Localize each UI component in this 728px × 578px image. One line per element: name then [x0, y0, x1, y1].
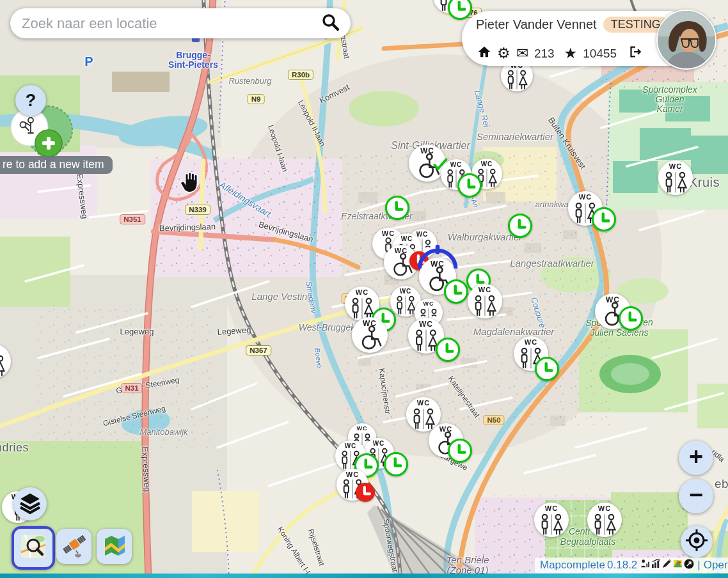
app-name[interactable]: Mapcomplete — [540, 559, 605, 572]
hand-cursor-icon — [178, 170, 202, 197]
changesets-count: 10455 — [583, 47, 617, 61]
attribution-bar: Mapcomplete 0.18.2 | OpenStreetMap — [535, 558, 728, 573]
home-icon[interactable] — [477, 45, 491, 62]
user-name: Pieter Vander Vennet — [476, 17, 597, 32]
layers-button[interactable] — [13, 487, 47, 520]
basemap-style-satellite-button[interactable] — [56, 529, 91, 564]
plus-icon: + — [689, 443, 703, 471]
osm-link[interactable]: OpenStreetMap — [704, 559, 728, 572]
changesets-star-icon: ★ — [564, 46, 578, 61]
map-canvas[interactable] — [0, 0, 728, 578]
add-item-tooltip: re to add a new item — [0, 156, 113, 174]
app-version: 0.18.2 — [607, 559, 637, 572]
osm-badge-icon[interactable] — [684, 559, 694, 572]
user-avatar[interactable] — [656, 10, 716, 70]
help-button[interactable]: ? — [15, 85, 46, 116]
basemap-style-map-button[interactable] — [97, 529, 132, 564]
zoom-in-button[interactable]: + — [679, 441, 713, 475]
geolocate-button[interactable] — [681, 526, 713, 558]
help-label: ? — [26, 91, 36, 111]
crosshair-icon — [684, 528, 709, 555]
attribution-separator: | — [697, 559, 700, 572]
messages-envelope-icon[interactable]: ✉ — [516, 46, 528, 61]
folded-map-icon — [101, 532, 128, 561]
messages-count: 213 — [534, 47, 555, 61]
search-bar — [10, 8, 351, 38]
user-toolbar: ⚙ ✉ 213 ★ 10455 — [477, 45, 642, 62]
zoom-out-button[interactable]: − — [679, 479, 713, 513]
logout-icon[interactable] — [628, 45, 642, 62]
theme-map-icon[interactable] — [673, 559, 683, 572]
mapcomplete-app: Brugge- Sint-PietersRustenburgSint-Gilli… — [0, 0, 728, 578]
satellite-icon — [61, 532, 88, 561]
minus-icon: − — [689, 481, 703, 509]
edit-pen-icon[interactable] — [662, 559, 672, 572]
bottom-accent-strip — [0, 574, 728, 578]
bar-chart-icon[interactable] — [651, 559, 661, 572]
tooltip-text: re to add a new item — [3, 158, 104, 171]
basemap-style-osm-button[interactable] — [12, 526, 55, 570]
user-identity: Pieter Vander Vennet TESTING — [476, 17, 669, 33]
contributor-stats-icon[interactable] — [640, 559, 650, 572]
osm-carto-magnifier-icon — [20, 533, 47, 563]
layers-icon — [17, 490, 43, 518]
search-input[interactable] — [13, 15, 321, 32]
settings-gear-icon[interactable]: ⚙ — [497, 46, 510, 61]
search-icon[interactable] — [321, 13, 340, 35]
